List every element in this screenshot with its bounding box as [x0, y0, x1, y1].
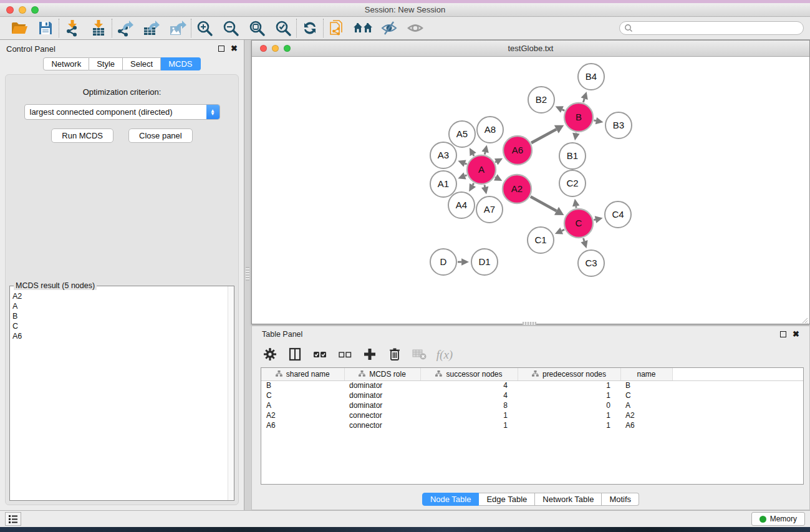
table-cell[interactable]: 4	[420, 390, 518, 400]
table-cell[interactable]: C	[261, 390, 344, 400]
new-network-file-button[interactable]	[324, 18, 350, 38]
column-header-predecessor-nodes[interactable]: predecessor nodes	[518, 368, 620, 380]
table-row[interactable]: Adominator80A	[261, 400, 804, 410]
network-graph[interactable]: AA1A3A5A8A4A7A6A2BB1B2B3B4CC1C2C3C4DD1	[252, 57, 809, 324]
tab-mcds[interactable]: MCDS	[161, 57, 200, 70]
result-item[interactable]: B	[12, 311, 228, 321]
result-item[interactable]: A6	[12, 331, 228, 341]
table-cell[interactable]: A2	[620, 410, 672, 420]
table-cell[interactable]: 4	[420, 380, 518, 390]
table-cell[interactable]: connector	[344, 410, 420, 420]
table-tab-motifs[interactable]: Motifs	[602, 493, 639, 506]
import-network-button[interactable]	[59, 18, 85, 38]
zoom-fit-button[interactable]	[244, 18, 270, 38]
show-columns-button[interactable]	[284, 346, 306, 364]
table-cell[interactable]: 1	[518, 420, 620, 430]
delete-column-button[interactable]	[384, 346, 405, 364]
refresh-layout-button[interactable]	[297, 18, 323, 38]
table-cell[interactable]: A6	[620, 420, 672, 430]
graph-node-D[interactable]: D	[430, 249, 456, 275]
zoom-window-icon[interactable]	[31, 6, 39, 14]
table-tab-network-table[interactable]: Network Table	[535, 493, 602, 506]
create-column-button[interactable]	[359, 346, 380, 364]
export-network-button[interactable]	[112, 18, 138, 38]
graph-node-A7[interactable]: A7	[476, 196, 503, 223]
mcds-result-list[interactable]: A2ABCA6	[10, 286, 228, 500]
close-panel-button[interactable]: Close panel	[128, 128, 193, 143]
unselect-all-columns-button[interactable]	[334, 346, 355, 364]
import-table-button[interactable]	[85, 18, 112, 38]
edge-C-C4[interactable]	[594, 220, 595, 220]
horizontal-splitter-grip[interactable]	[523, 322, 536, 325]
table-cell[interactable]: 0	[518, 400, 620, 410]
edge-A-A6[interactable]	[495, 162, 496, 162]
table-float-icon[interactable]	[780, 331, 786, 337]
graph-node-A8[interactable]: A8	[477, 117, 503, 143]
export-table-button[interactable]	[138, 18, 165, 38]
open-file-button[interactable]	[6, 18, 32, 38]
graph-node-C1[interactable]: C1	[528, 227, 554, 253]
table-cell[interactable]: A	[620, 400, 672, 410]
zoom-selected-button[interactable]	[270, 18, 296, 38]
edge-A6-B[interactable]	[531, 129, 556, 143]
column-header-name[interactable]: name	[620, 368, 672, 380]
graph-node-B3[interactable]: B3	[605, 112, 632, 138]
save-session-button[interactable]	[32, 18, 59, 38]
network-close-icon[interactable]	[260, 45, 267, 52]
table-row[interactable]: A6connector11A6	[261, 420, 804, 430]
graph-node-A[interactable]: A	[467, 155, 496, 184]
edge-C-C1[interactable]	[562, 230, 564, 231]
table-cell[interactable]: B	[620, 380, 672, 390]
graph-node-A6[interactable]: A6	[503, 136, 532, 165]
graph-node-A2[interactable]: A2	[503, 175, 531, 203]
memory-button[interactable]: Memory	[751, 512, 805, 526]
hide-selected-button[interactable]	[376, 18, 402, 38]
edge-A2-C[interactable]	[531, 196, 557, 211]
node-table[interactable]: shared nameMCDS rolesuccessor nodesprede…	[261, 368, 804, 430]
edge-B-B3[interactable]	[594, 120, 595, 121]
run-mcds-button[interactable]: Run MCDS	[51, 128, 113, 143]
select-all-columns-button[interactable]	[309, 346, 330, 364]
table-settings-button[interactable]	[259, 346, 281, 364]
float-panel-icon[interactable]	[218, 46, 224, 52]
edge-A-A3[interactable]	[465, 163, 467, 164]
column-header-shared-name[interactable]: shared name	[261, 368, 344, 380]
graph-node-C2[interactable]: C2	[559, 170, 586, 196]
result-item[interactable]: A2	[12, 291, 228, 301]
minimize-window-icon[interactable]	[19, 6, 26, 14]
export-image-button[interactable]	[165, 18, 191, 38]
table-cell[interactable]: dominator	[344, 400, 420, 410]
network-minimize-icon[interactable]	[272, 45, 279, 52]
graph-node-C4[interactable]: C4	[605, 201, 631, 228]
graph-node-C3[interactable]: C3	[578, 250, 604, 276]
table-cell[interactable]: 1	[420, 420, 518, 430]
graph-node-B2[interactable]: B2	[528, 87, 554, 113]
network-canvas[interactable]: AA1A3A5A8A4A7A6A2BB1B2B3B4CC1C2C3C4DD1	[252, 57, 809, 324]
edge-C-C3[interactable]	[583, 238, 584, 241]
edge-B-B2[interactable]	[562, 110, 564, 111]
column-header-successor-nodes[interactable]: successor nodes	[420, 368, 518, 380]
close-window-icon[interactable]	[6, 6, 14, 14]
table-tab-edge-table[interactable]: Edge Table	[479, 493, 535, 506]
table-row[interactable]: Bdominator41B	[261, 380, 804, 390]
table-cell[interactable]: dominator	[344, 390, 420, 400]
resize-grip-icon[interactable]	[801, 315, 808, 322]
edge-A-A1[interactable]	[465, 175, 467, 176]
zoom-in-button[interactable]	[191, 18, 218, 38]
criterion-dropdown[interactable]: largest connected component (directed) ▲…	[24, 104, 220, 120]
edge-A-A5[interactable]	[473, 154, 474, 156]
vertical-splitter-grip[interactable]	[246, 267, 249, 281]
table-cell[interactable]: 8	[420, 400, 518, 410]
edge-A-A4[interactable]	[473, 183, 474, 185]
tab-network[interactable]: Network	[43, 57, 89, 70]
graph-node-A5[interactable]: A5	[449, 121, 475, 147]
table-tab-node-table[interactable]: Node Table	[422, 493, 480, 506]
zoom-out-button[interactable]	[218, 18, 244, 38]
edge-A-A8[interactable]	[485, 152, 485, 155]
task-history-button[interactable]	[5, 512, 21, 526]
edge-B-B4[interactable]	[583, 99, 584, 102]
tab-style[interactable]: Style	[89, 57, 123, 70]
network-zoom-icon[interactable]	[284, 45, 291, 52]
table-cell[interactable]: 1	[518, 410, 620, 420]
close-panel-icon[interactable]: ✖	[231, 46, 238, 52]
